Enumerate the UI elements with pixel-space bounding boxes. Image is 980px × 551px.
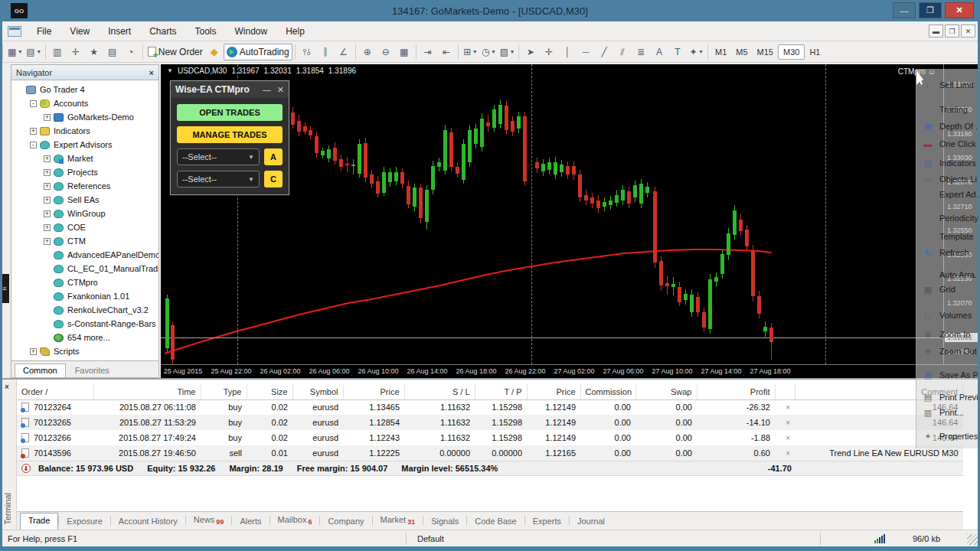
tree-item-accounts[interactable]: -Accounts bbox=[11, 96, 158, 110]
column-header-s-l[interactable]: S / L bbox=[404, 384, 475, 399]
tree-item-advancedeapaneldemo[interactable]: AdvancedEAPanelDemo bbox=[11, 248, 158, 262]
order-row[interactable]: 701232662015.08.27 17:49:24buy0.02eurusd… bbox=[17, 430, 963, 445]
terminal-tab-signals[interactable]: Signals bbox=[423, 514, 466, 530]
tree-expander-icon[interactable]: + bbox=[30, 348, 37, 355]
vline-icon[interactable]: │ bbox=[558, 44, 577, 60]
tree-expander-icon[interactable]: + bbox=[44, 197, 51, 204]
menu-view[interactable]: View bbox=[60, 23, 99, 40]
tree-item-ctm[interactable]: +CTM bbox=[11, 234, 158, 248]
tree-item-fxankonian-1-01[interactable]: Fxankonian 1.01 bbox=[11, 289, 158, 303]
tree-expander-icon[interactable]: + bbox=[44, 155, 51, 162]
autotrading-button[interactable]: ▶AutoTrading bbox=[224, 44, 292, 60]
timeframe-h1[interactable]: H1 bbox=[805, 44, 825, 60]
context-menu-item-sell-limit[interactable]: ↓Sell Limit bbox=[916, 78, 980, 92]
order-row[interactable]: 701232652015.08.27 11:53:29buy0.02eurusd… bbox=[17, 415, 963, 430]
terminal-tab-code-base[interactable]: Code Base bbox=[467, 514, 524, 530]
terminal-tab-account-history[interactable]: Account History bbox=[111, 514, 185, 530]
order-row[interactable]: 701435962015.08.27 19:46:50sell0.01eurus… bbox=[17, 445, 963, 461]
channel-icon[interactable]: ⫽ bbox=[613, 44, 632, 60]
tree-expander-icon[interactable]: - bbox=[30, 100, 37, 107]
context-menu-item-zoom-out[interactable]: ⊖Zoom Out bbox=[916, 344, 980, 358]
navigator-close-icon[interactable]: × bbox=[149, 68, 154, 77]
chevron-down-icon[interactable]: ▼ bbox=[167, 67, 173, 74]
tree-item-gomarkets-demo[interactable]: +GoMarkets-Demo bbox=[11, 110, 158, 124]
timeframe-m5[interactable]: M5 bbox=[731, 44, 752, 60]
column-header-price[interactable]: Price bbox=[343, 384, 404, 399]
column-header-t-p[interactable]: T / P bbox=[475, 384, 527, 399]
tree-item-references[interactable]: +References bbox=[11, 179, 158, 193]
terminal-tab-company[interactable]: Company bbox=[320, 514, 371, 530]
column-header-type[interactable]: Type bbox=[201, 384, 247, 399]
metaeditor-icon[interactable]: ◆ bbox=[205, 44, 224, 60]
terminal-close-icon[interactable]: × bbox=[5, 383, 9, 391]
hline-icon[interactable]: ─ bbox=[577, 44, 595, 60]
tree-item-indicators[interactable]: +Indicators bbox=[11, 124, 158, 138]
auto-scroll-icon[interactable]: ⇥ bbox=[419, 44, 437, 60]
context-menu-item-objects-li-[interactable]: ▱Objects Li... bbox=[916, 172, 980, 186]
ea-button-a[interactable]: A bbox=[264, 148, 283, 165]
terminal-tab-news[interactable]: News99 bbox=[186, 513, 232, 530]
tree-expander-icon[interactable]: + bbox=[44, 114, 51, 121]
new-order-button[interactable]: New Order bbox=[145, 44, 205, 60]
label-icon[interactable]: T bbox=[668, 44, 687, 60]
new-chart-icon[interactable]: ▦▾ bbox=[5, 44, 24, 60]
terminal-tab-experts[interactable]: Experts bbox=[525, 514, 569, 530]
zoom-out-icon[interactable]: ⊖ bbox=[377, 44, 395, 60]
navigator-tab-favorites[interactable]: Favorites bbox=[67, 364, 117, 377]
status-profile[interactable]: Default bbox=[407, 534, 820, 543]
timeframe-m30[interactable]: M30 bbox=[778, 44, 805, 60]
restore-button[interactable]: ❐ bbox=[919, 2, 942, 18]
line-chart-icon[interactable]: ∠ bbox=[335, 44, 353, 60]
context-menu-item-auto-arra-[interactable]: Auto Arra... bbox=[916, 268, 980, 282]
fibonacci-icon[interactable]: ≣ bbox=[632, 44, 650, 60]
text-icon[interactable]: A bbox=[650, 44, 668, 60]
bar-chart-icon[interactable]: ⫯⫰ bbox=[298, 44, 316, 60]
minimize-button[interactable]: — bbox=[893, 2, 916, 18]
close-position-icon[interactable]: × bbox=[775, 399, 795, 415]
terminal-tab-market[interactable]: Market31 bbox=[373, 513, 423, 530]
tree-item-go-trader-4[interactable]: Go Trader 4 bbox=[11, 83, 158, 96]
context-menu-item-grid[interactable]: ▦Grid bbox=[916, 282, 980, 296]
tree-item-sell-eas[interactable]: +Sell EAs bbox=[11, 193, 158, 207]
cursor-icon[interactable]: ➤ bbox=[521, 44, 540, 60]
tree-item-scripts[interactable]: +Scripts bbox=[11, 344, 158, 358]
column-header-symbol[interactable]: Symbol bbox=[292, 384, 343, 399]
mdi-minimize-button[interactable]: ▬ bbox=[929, 24, 943, 37]
menu-window[interactable]: Window bbox=[226, 23, 277, 40]
tree-item-s-constant-range-bars[interactable]: s-Constant-Range-Bars bbox=[11, 317, 158, 331]
column-header-price[interactable]: Price bbox=[527, 384, 580, 399]
tree-expander-icon[interactable]: + bbox=[44, 210, 51, 217]
column-header-order[interactable]: Order / bbox=[17, 384, 93, 399]
tree-expander-icon[interactable]: + bbox=[44, 238, 51, 245]
data-window-icon[interactable]: ✛ bbox=[67, 44, 85, 60]
menu-insert[interactable]: Insert bbox=[99, 23, 140, 40]
open-trades-button[interactable]: OPEN TRADES bbox=[177, 104, 283, 121]
context-menu-item-expert-ad-[interactable]: Expert Ad... bbox=[916, 187, 980, 201]
templates-icon[interactable]: ▧▾ bbox=[498, 44, 516, 60]
close-position-icon[interactable]: × bbox=[775, 445, 795, 461]
market-watch-icon[interactable]: ▥ bbox=[48, 44, 67, 60]
menu-help[interactable]: Help bbox=[276, 23, 314, 40]
context-menu-item-properties-[interactable]: ✦Properties... bbox=[916, 429, 980, 443]
ea-select-2[interactable]: --Select--▼ bbox=[177, 171, 260, 187]
terminal-tab-alerts[interactable]: Alerts bbox=[232, 514, 269, 530]
terminal-tab-exposure[interactable]: Exposure bbox=[59, 514, 109, 530]
crosshair-icon[interactable]: ✛ bbox=[540, 44, 558, 60]
chart-shift-icon[interactable]: ⇤ bbox=[437, 44, 456, 60]
context-menu-item-print-previ-[interactable]: ▤Print Previ... bbox=[916, 390, 980, 404]
column-header-close[interactable] bbox=[775, 384, 795, 399]
context-menu-item-trading[interactable]: Trading bbox=[916, 103, 980, 116]
indicators-icon[interactable]: ⊞▾ bbox=[461, 44, 479, 60]
column-header-size[interactable]: Size bbox=[247, 384, 292, 399]
timeframe-m15[interactable]: M15 bbox=[753, 44, 778, 60]
manage-trades-button[interactable]: MANAGE TRADES bbox=[177, 126, 283, 143]
navigator-tab-common[interactable]: Common bbox=[15, 364, 66, 377]
close-position-icon[interactable]: × bbox=[775, 415, 795, 430]
wise-ea-title-bar[interactable]: Wise-EA CTMpro — ✕ bbox=[171, 81, 289, 98]
terminal-tab-mailbox[interactable]: Mailbox6 bbox=[270, 513, 320, 530]
periods-icon[interactable]: ◷▾ bbox=[479, 44, 498, 60]
time-axis[interactable]: 25 Aug 201525 Aug 22:0026 Aug 02:0026 Au… bbox=[161, 364, 980, 378]
mdi-restore-button[interactable]: ❐ bbox=[945, 24, 959, 37]
context-menu-item-print-[interactable]: ▥Print... bbox=[916, 406, 980, 419]
tree-item-cl-ec-01-manualtradin[interactable]: CL_EC_01_ManualTradin bbox=[11, 262, 158, 276]
